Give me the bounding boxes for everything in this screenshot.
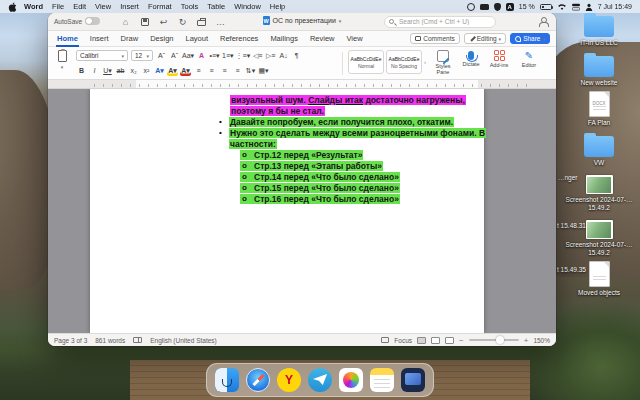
tab-references[interactable]: References xyxy=(219,32,259,45)
numbering-icon[interactable]: 1≡▾ xyxy=(222,50,234,61)
proofing-icon[interactable] xyxy=(133,337,142,343)
desktop-icon-vw[interactable]: VW xyxy=(560,132,638,167)
menu-item-table[interactable]: Table xyxy=(207,2,225,11)
text-effects-icon[interactable]: A▾ xyxy=(154,65,165,76)
tab-mailings[interactable]: Mailings xyxy=(269,32,299,45)
presence-icon[interactable] xyxy=(538,17,548,27)
home-icon[interactable]: ⌂ xyxy=(120,16,131,27)
clear-formatting-icon[interactable]: A xyxy=(196,50,207,61)
redo-icon[interactable]: ↻ xyxy=(177,16,188,27)
zoom-in-icon[interactable]: + xyxy=(524,336,529,345)
dictate-button[interactable]: Dictate xyxy=(458,50,484,67)
web-layout-view-icon[interactable] xyxy=(431,337,440,344)
comments-button[interactable]: Comments xyxy=(410,33,459,44)
camera-status-icon[interactable] xyxy=(480,4,489,10)
more-commands-icon[interactable]: … xyxy=(215,16,226,27)
desktop-icon-it-in-us-llc[interactable]: IT-In US LLC xyxy=(560,12,638,47)
tab-layout[interactable]: Layout xyxy=(184,32,209,45)
menu-bar-clock[interactable]: 7 Jul 15:49 xyxy=(598,3,632,10)
align-right-icon[interactable]: ≡ xyxy=(219,65,230,76)
desktop-icon-new-website[interactable]: New website xyxy=(560,52,638,87)
highlight-icon[interactable]: A▾ xyxy=(167,65,178,76)
menu-item-tools[interactable]: Tools xyxy=(181,2,199,11)
clock-status-icon[interactable] xyxy=(467,3,475,11)
share-button[interactable]: Share▾ xyxy=(510,33,550,44)
menu-item-file[interactable]: File xyxy=(52,2,64,11)
font-name-select[interactable]: Calibri▾ xyxy=(76,50,128,61)
finder-icon[interactable] xyxy=(215,368,239,392)
align-left-icon[interactable]: ≡ xyxy=(193,65,204,76)
menu-item-view[interactable]: View xyxy=(95,2,111,11)
menu-item-word[interactable]: Word xyxy=(24,2,43,11)
fast-user-switch-icon[interactable] xyxy=(585,3,593,11)
increase-indent-icon[interactable]: ▷≡ xyxy=(265,50,276,61)
safari-icon[interactable] xyxy=(246,368,270,392)
desktop-icon-screenshot-2024-07-15-49-2[interactable]: Screenshot 2024-07-…15.49.2 xyxy=(560,216,638,256)
undo-icon[interactable]: ↩ xyxy=(158,16,169,27)
language-indicator[interactable]: English (United States) xyxy=(150,337,216,344)
document-title[interactable]: ОС по презентации xyxy=(273,17,336,24)
outline-view-icon[interactable] xyxy=(445,337,454,344)
print-icon[interactable] xyxy=(196,16,207,27)
autosave-control[interactable]: AutoSave xyxy=(54,17,100,25)
font-color-icon[interactable]: A▾ xyxy=(180,65,191,76)
autosave-toggle[interactable] xyxy=(85,17,100,25)
menu-item-insert[interactable]: Insert xyxy=(120,2,139,11)
style-card-no-spacing[interactable]: AaBbCcDdEeNo Spacing xyxy=(386,50,422,74)
bullets-icon[interactable]: •≡▾ xyxy=(209,50,220,61)
desktop-icon-screenshot-2024-07-15-49-2[interactable]: Screenshot 2024-07-…15.49.2 xyxy=(560,171,638,211)
desktop-icon-moved-objects[interactable]: Moved objects xyxy=(560,261,638,297)
notes-icon[interactable] xyxy=(370,368,394,392)
menu-item-help[interactable]: Help xyxy=(270,2,285,11)
battery-icon[interactable] xyxy=(540,4,552,10)
zoom-level[interactable]: 150% xyxy=(533,337,550,344)
control-center-icon[interactable] xyxy=(572,3,580,11)
gallery-more-icon[interactable]: › xyxy=(424,59,426,65)
focus-button[interactable]: Focus xyxy=(394,337,412,344)
paste-button[interactable]: ▾ xyxy=(54,50,70,76)
align-center-icon[interactable]: ≡ xyxy=(206,65,217,76)
superscript-icon[interactable]: x² xyxy=(141,65,152,76)
print-layout-view-icon[interactable] xyxy=(417,337,426,344)
style-card-normal[interactable]: AaBbCcDdEeNormal xyxy=(348,50,384,74)
apple-menu-icon[interactable] xyxy=(8,2,17,12)
shield-status-icon[interactable] xyxy=(494,3,501,11)
word-count[interactable]: 861 words xyxy=(95,337,125,344)
document-page[interactable]: визуальный шум. Слайды итак достаточно н… xyxy=(90,89,484,333)
grow-font-icon[interactable]: Aˆ xyxy=(156,50,167,61)
justify-icon[interactable]: ≡ xyxy=(232,65,243,76)
show-marks-icon[interactable]: ¶ xyxy=(291,50,302,61)
editor-button[interactable]: ✎ Editor xyxy=(516,50,542,68)
menu-item-window[interactable]: Window xyxy=(234,2,261,11)
tab-home[interactable]: Home xyxy=(56,32,79,45)
tab-design[interactable]: Design xyxy=(149,32,174,45)
tab-view[interactable]: View xyxy=(345,32,363,45)
zoom-slider-knob[interactable] xyxy=(496,336,504,344)
wifi-icon[interactable] xyxy=(557,3,567,11)
remote-desktop-icon[interactable] xyxy=(401,368,425,392)
shrink-font-icon[interactable]: Aˇ xyxy=(169,50,180,61)
underline-icon[interactable]: U▾ xyxy=(102,65,113,76)
font-size-select[interactable]: 12▾ xyxy=(131,50,153,61)
desktop-icon-fa-plan[interactable]: DOCXFA Plan xyxy=(560,91,638,127)
shading-icon[interactable]: ▦▾ xyxy=(258,65,269,76)
decrease-indent-icon[interactable]: ◁≡ xyxy=(252,50,263,61)
zoom-out-icon[interactable]: − xyxy=(459,336,464,345)
title-chevron-icon[interactable]: ▾ xyxy=(339,18,342,24)
search-input[interactable] xyxy=(397,17,491,26)
editing-mode-button[interactable]: Editing▾ xyxy=(464,33,506,44)
horizontal-ruler[interactable] xyxy=(48,80,556,89)
styles-pane-button[interactable]: Styles Pane xyxy=(430,50,456,75)
page-indicator[interactable]: Page 3 of 3 xyxy=(54,337,87,344)
bold-icon[interactable]: B xyxy=(76,65,87,76)
app-a-status-icon[interactable]: A xyxy=(506,3,514,11)
addins-button[interactable]: Add-ins xyxy=(486,50,512,68)
photos-icon[interactable] xyxy=(339,368,363,392)
telegram-icon[interactable] xyxy=(308,368,332,392)
subscript-icon[interactable]: x₂ xyxy=(128,65,139,76)
multilevel-list-icon[interactable]: ⋮≡▾ xyxy=(236,50,251,61)
zoom-slider[interactable] xyxy=(469,339,519,341)
y-app-icon[interactable] xyxy=(277,368,301,392)
change-case-icon[interactable]: Aa▾ xyxy=(182,50,194,61)
menu-item-edit[interactable]: Edit xyxy=(73,2,86,11)
